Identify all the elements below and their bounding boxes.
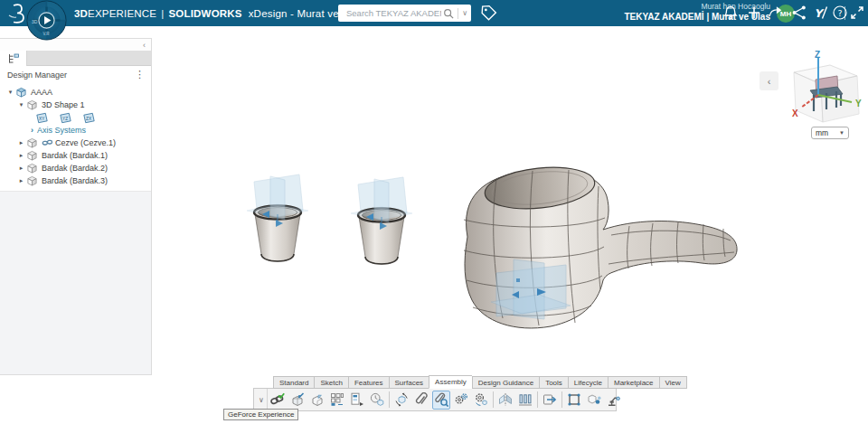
3dexperience-compass[interactable]: 3D V.R <box>26 0 67 41</box>
tree-item-bardak-bardak-1[interactable]: ▸ Bardak (Bardak.1) <box>0 149 151 162</box>
tab-surfaces[interactable]: Surfaces <box>389 376 429 389</box>
mechanical-mate-icon[interactable] <box>472 391 490 410</box>
panel-header: Design Manager ⋮ <box>0 66 151 83</box>
pattern-components-icon[interactable] <box>516 391 534 410</box>
tab-design-guidance[interactable]: Design Guidance <box>472 376 539 389</box>
top-bar: 3DEXPERIENCE | SOLIDWORKS xDesign - Mura… <box>0 0 868 26</box>
tree-item-bardak-bardak-3[interactable]: ▸ Bardak (Bardak.3) <box>0 174 151 187</box>
compass-south-label: V.R <box>43 32 51 36</box>
notifications-bell-icon[interactable] <box>722 4 740 22</box>
os-tooltip: GeForce Experience <box>223 409 298 420</box>
insert-component-icon[interactable] <box>288 391 307 410</box>
design-manager-panel: ‹ Design Manager ⋮ ▾ AAAA▾ 3D Shape 1 XY… <box>0 38 152 375</box>
move-component-icon[interactable] <box>392 391 410 410</box>
new-component-icon[interactable] <box>308 391 326 410</box>
tab-view[interactable]: View <box>659 376 687 389</box>
panel-collapse-chevron-icon[interactable]: ‹ <box>0 39 151 51</box>
user-info[interactable]: Murat han Hocaoglu TEKYAZ AKADEMİ | Mura… <box>570 2 770 23</box>
caret-collapsed-icon[interactable]: ▸ <box>16 152 26 159</box>
add-plus-icon[interactable] <box>745 4 763 22</box>
caret-link-icon[interactable]: › <box>27 126 37 135</box>
tree-structure-icon <box>7 53 20 64</box>
tree-item-reference-planes[interactable]: XY YZ ZX <box>0 111 151 124</box>
help-icon[interactable]: ? <box>831 4 849 22</box>
model-cezve[interactable] <box>464 163 737 328</box>
brand-separator: | <box>161 8 164 19</box>
magnetic-mate-icon[interactable] <box>432 391 450 410</box>
caret-expanded-icon[interactable]: ▾ <box>5 89 15 96</box>
component-pattern-icon[interactable] <box>328 391 346 410</box>
tab-tools[interactable]: Tools <box>539 376 568 389</box>
tree-item-label: Cezve (Cezve.1) <box>55 138 116 147</box>
component-icon <box>26 175 39 187</box>
shape-icon <box>26 99 39 111</box>
tab-marketplace[interactable]: Marketplace <box>608 376 659 389</box>
structure-frame-icon[interactable] <box>565 391 583 410</box>
unit-chevron-down-icon: ▼ <box>839 130 844 136</box>
component-icon <box>26 137 39 149</box>
plane-icon-xy[interactable]: XY <box>34 112 50 124</box>
panel-title: Design Manager <box>0 71 128 80</box>
gear-mate-icon[interactable] <box>452 391 470 410</box>
tree-item-label: Bardak (Bardak.1) <box>42 151 108 160</box>
component-history-icon[interactable] <box>368 391 386 410</box>
brand-3d: 3D <box>74 8 88 19</box>
panel-empty-area <box>0 191 151 374</box>
triad-z-label: Z <box>815 50 820 60</box>
assembly-toolbar: ∨ <box>253 388 617 411</box>
model-bardak-1[interactable] <box>247 174 308 261</box>
tab-lifecycle[interactable]: Lifecycle <box>568 376 608 389</box>
tab-standard[interactable]: Standard <box>273 376 314 389</box>
tree-item-label: Bardak (Bardak.3) <box>42 176 108 185</box>
caret-expanded-icon[interactable]: ▾ <box>16 101 26 108</box>
panel-menu-kebab-icon[interactable]: ⋮ <box>128 70 151 80</box>
search-scope-chevron-icon[interactable]: ∨ <box>462 9 467 17</box>
mate-icon[interactable] <box>269 391 287 410</box>
search-divider <box>458 8 458 19</box>
tree-item-label: Bardak (Bardak.2) <box>42 164 108 173</box>
search-input[interactable] <box>344 7 443 19</box>
share-arrow-icon[interactable] <box>767 4 785 22</box>
robot-programming-icon[interactable] <box>605 391 623 410</box>
tree-item-axis-systems[interactable]: ›Axis Systems <box>0 124 151 137</box>
tag-icon[interactable] <box>479 4 498 23</box>
design-tree: ▾ AAAA▾ 3D Shape 1 XY YZ ZX›Axis Systems… <box>0 83 151 187</box>
tab-design-tree[interactable] <box>0 51 27 66</box>
caret-collapsed-icon[interactable]: ▸ <box>16 139 26 146</box>
swym-community-icon[interactable]: Y <box>812 4 830 22</box>
toolbar-group-separator <box>493 391 494 408</box>
caret-collapsed-icon[interactable]: ▸ <box>16 177 26 184</box>
toolbar-collapse-chevron-icon[interactable]: ∨ <box>256 389 268 410</box>
caret-collapsed-icon[interactable]: ▸ <box>16 165 26 172</box>
export-component-icon[interactable] <box>541 391 559 410</box>
plane-icon-zx[interactable]: ZX <box>81 112 97 124</box>
tab-sketch[interactable]: Sketch <box>314 376 347 389</box>
app-title: 3DEXPERIENCE | SOLIDWORKS xDesign - Mura… <box>74 0 376 26</box>
view-triad[interactable]: Z X Y <box>781 50 864 133</box>
svg-text:?: ? <box>838 8 843 18</box>
tab-features[interactable]: Features <box>348 376 389 389</box>
tree-item-aaaa[interactable]: ▾ AAAA <box>0 86 151 99</box>
tree-item-cezve-cezve-1[interactable]: ▸ Cezve (Cezve.1) <box>0 137 151 149</box>
viewport-panel-collapse-icon[interactable]: ‹ <box>760 71 778 90</box>
share-network-icon[interactable] <box>790 4 808 22</box>
user-name: Murat han Hocaoglu <box>570 2 770 12</box>
component-tree-icon[interactable] <box>348 391 366 410</box>
search-icon[interactable] <box>443 8 454 19</box>
attach-icon[interactable] <box>412 391 430 410</box>
model-bardak-2[interactable] <box>351 177 412 264</box>
fullscreen-expand-icon[interactable] <box>848 4 866 22</box>
svg-text:ZX: ZX <box>86 116 92 120</box>
product-icon <box>15 87 28 99</box>
tree-item-bardak-bardak-2[interactable]: ▸ Bardak (Bardak.2) <box>0 162 151 174</box>
svg-text:XY: XY <box>39 116 45 120</box>
kinematics-icon[interactable] <box>585 391 603 410</box>
triad-x-label: X <box>792 108 798 118</box>
app-window: 3DEXPERIENCE | SOLIDWORKS xDesign - Mura… <box>0 0 868 424</box>
plane-icon-yz[interactable]: YZ <box>58 112 73 124</box>
tab-assembly[interactable]: Assembly <box>429 375 472 389</box>
unit-select[interactable]: mm ▼ <box>811 127 849 139</box>
unit-value: mm <box>816 128 828 137</box>
tree-item-3d-shape-1[interactable]: ▾ 3D Shape 1 <box>0 99 151 111</box>
mirror-components-icon[interactable] <box>496 391 514 410</box>
